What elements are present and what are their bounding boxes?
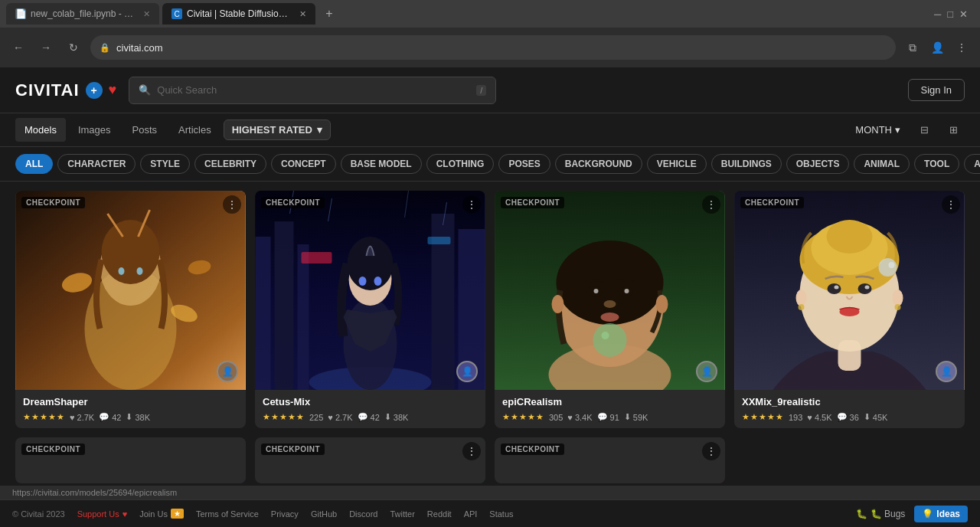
category-bar: ALL CHARACTER STYLE CELEBRITY CONCEPT BA… (0, 147, 980, 182)
github-link[interactable]: GitHub (311, 509, 337, 519)
svg-point-7 (119, 267, 125, 275)
search-bar[interactable]: 🔍 Quick Search / (129, 77, 496, 104)
back-button[interactable]: ← (8, 37, 29, 58)
minimize-button[interactable]: ─ (934, 8, 941, 20)
model-card-dreamshaper[interactable]: CHECKPOINT ⋮ 👤 DreamShaper ★★★★★ ♥ 2.7K … (15, 191, 246, 428)
tab-images[interactable]: Images (69, 118, 120, 142)
checkpoint-badge-4: CHECKPOINT (740, 197, 804, 208)
reload-button[interactable]: ↻ (63, 37, 84, 58)
card-menu-3[interactable]: ⋮ (702, 195, 720, 214)
card-menu-2[interactable]: ⋮ (462, 195, 481, 214)
cat-tool[interactable]: TOOL (914, 154, 959, 174)
maximize-button[interactable]: □ (947, 8, 953, 20)
svg-rect-15 (302, 252, 332, 264)
svg-point-55 (895, 304, 901, 310)
card-stats-1: ★★★★★ ♥ 2.7K 💬 42 ⬇ 38K (23, 412, 238, 422)
card-avatar-1: 👤 (217, 361, 238, 382)
extensions-button[interactable]: ⧉ (902, 37, 923, 58)
filter-button[interactable]: ⊟ (913, 119, 936, 142)
tab-close-civitai[interactable]: ✕ (299, 9, 306, 19)
cat-poses[interactable]: POSES (498, 154, 550, 174)
card-downloads-3: ⬇ 59K (624, 412, 648, 422)
cat-animal[interactable]: ANIMAL (854, 154, 910, 174)
new-tab-button[interactable]: + (318, 3, 340, 25)
nav-tabs: Models Images Posts Articles HIGHEST RAT… (0, 113, 980, 147)
download-icon-2: ⬇ (384, 412, 391, 422)
tab-civitai[interactable]: C Civitai | Stable Diffusion models... ✕ (162, 3, 315, 25)
tab-models[interactable]: Models (15, 118, 66, 142)
card-comments-3: 💬 91 (597, 412, 619, 422)
support-link[interactable]: Support Us ♥ (77, 509, 128, 519)
card-art-3 (495, 191, 725, 390)
tab-posts[interactable]: Posts (123, 118, 167, 142)
card-image-4: CHECKPOINT ⋮ 👤 (734, 191, 965, 390)
browser-menu-button[interactable]: ⋮ (951, 37, 972, 58)
cat-base-model[interactable]: BASE MODEL (341, 154, 422, 174)
model-card-cetus-mix[interactable]: CHECKPOINT ⋮ 👤 Cetus-Mix ★★★★★ 225 ♥ 2.7… (255, 191, 485, 428)
terms-link[interactable]: Terms of Service (196, 509, 259, 519)
profile-button[interactable]: 👤 (926, 37, 948, 58)
cat-action[interactable]: ACTION (964, 154, 980, 174)
partial-card-1[interactable]: CHECKPOINT Updated (15, 437, 246, 483)
model-card-epicrealism[interactable]: CHECKPOINT ⋮ 👤 epiCRealism ★★★★★ 305 ♥ 3… (495, 191, 725, 428)
card-stars-3: ★★★★★ (502, 412, 544, 422)
tab-colab[interactable]: 📄 new_colab_file.ipynb - Collabora... ✕ (6, 3, 159, 25)
partial-checkpoint-3: CHECKPOINT (501, 444, 564, 455)
partial-card-inner-2: CHECKPOINT ⋮ (255, 437, 485, 483)
browser-actions: ⧉ 👤 ⋮ (902, 37, 972, 58)
url-text: https://civitai.com/models/25694/epicrea… (12, 488, 177, 497)
close-button[interactable]: ✕ (959, 8, 968, 20)
partial-menu-3[interactable]: ⋮ (702, 442, 720, 460)
cat-character[interactable]: CHARACTER (57, 154, 136, 174)
download-icon-3: ⬇ (624, 412, 631, 422)
card-comments-4: 💬 36 (837, 412, 859, 422)
cat-concept[interactable]: CONCEPT (271, 154, 336, 174)
api-link[interactable]: API (464, 509, 478, 519)
period-filter[interactable]: MONTH ▾ (849, 121, 906, 139)
sign-in-button[interactable]: Sign In (908, 79, 965, 101)
privacy-link[interactable]: Privacy (271, 509, 299, 519)
card-image-3: CHECKPOINT ⋮ 👤 (495, 191, 725, 390)
cat-vehicle[interactable]: VEHICLE (647, 154, 707, 174)
cat-all[interactable]: ALL (15, 154, 53, 174)
card-image-2: CHECKPOINT ⋮ 👤 (255, 191, 485, 390)
forward-button[interactable]: → (35, 37, 57, 58)
card-art-2 (255, 191, 485, 390)
svg-point-22 (374, 277, 382, 286)
svg-point-36 (601, 313, 619, 322)
ideas-button[interactable]: 💡 Ideas (914, 506, 968, 522)
card-menu-4[interactable]: ⋮ (942, 195, 960, 214)
bugs-button[interactable]: 🐛 🐛 Bugs (856, 509, 906, 519)
logo-plus-button[interactable]: + (86, 82, 103, 99)
logo-heart-icon[interactable]: ♥ (109, 82, 117, 98)
sort-filter-dropdown[interactable]: HIGHEST RATED ▾ (224, 119, 331, 140)
card-stars-1: ★★★★★ (23, 412, 65, 422)
svg-point-3 (102, 220, 160, 284)
tab-articles[interactable]: Articles (169, 118, 220, 142)
partial-menu-2[interactable]: ⋮ (462, 442, 481, 460)
cat-style[interactable]: STYLE (140, 154, 190, 174)
cat-celebrity[interactable]: CELEBRITY (194, 154, 266, 174)
partial-card-3[interactable]: CHECKPOINT ⋮ (495, 437, 725, 483)
join-link[interactable]: Join Us ★ (139, 509, 184, 519)
layout-button[interactable]: ⊞ (942, 119, 965, 142)
cat-clothing[interactable]: CLOTHING (426, 154, 495, 174)
model-card-xxmix[interactable]: CHECKPOINT ⋮ 👤 XXMix_9realistic ★★★★★ 19… (734, 191, 965, 428)
address-bar[interactable]: 🔒 civitai.com (90, 35, 896, 60)
partial-card-2[interactable]: CHECKPOINT ⋮ (255, 437, 485, 483)
twitter-link[interactable]: Twitter (390, 509, 414, 519)
discord-link[interactable]: Discord (349, 509, 377, 519)
card-menu-1[interactable]: ⋮ (223, 195, 241, 214)
logo[interactable]: CIVITAI + ♥ (15, 80, 116, 100)
cat-objects[interactable]: OBJECTS (786, 154, 850, 174)
svg-point-35 (604, 300, 616, 308)
status-link[interactable]: Status (489, 509, 513, 519)
comment-icon: 💬 (99, 412, 109, 422)
svg-point-20 (348, 237, 394, 290)
cat-buildings[interactable]: BUILDINGS (711, 154, 782, 174)
reddit-link[interactable]: Reddit (427, 509, 452, 519)
tab-close-colab[interactable]: ✕ (143, 9, 150, 19)
cat-background[interactable]: BACKGROUND (555, 154, 642, 174)
sort-filter-chevron: ▾ (317, 124, 322, 136)
heart-icon-2: ♥ (328, 413, 333, 422)
